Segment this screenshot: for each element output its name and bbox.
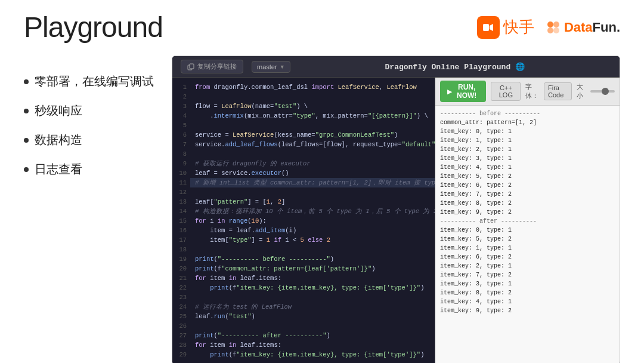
bullet-dot bbox=[24, 138, 29, 143]
svg-point-4 bbox=[553, 27, 559, 33]
copy-icon bbox=[187, 63, 194, 70]
svg-rect-0 bbox=[483, 24, 489, 31]
branch-value: master bbox=[257, 63, 277, 70]
copy-btn-label: 复制分享链接 bbox=[197, 62, 237, 71]
output-line: item_key: 8, type: 2 bbox=[440, 199, 615, 208]
bullet-list: 零部署，在线编写调试 秒级响应 数据构造 日志查看 bbox=[24, 56, 154, 363]
svg-point-3 bbox=[547, 27, 553, 33]
bullet-dot bbox=[24, 79, 29, 84]
kuaishou-logo: 快手 bbox=[477, 16, 534, 39]
playground-body: 1234567891011121314151617181920212223242… bbox=[172, 78, 620, 363]
output-line: ---------- after ---------- bbox=[440, 217, 615, 226]
cpp-log-label: C++ LOG bbox=[499, 84, 513, 99]
bullet-dot bbox=[24, 109, 29, 113]
output-line: item_key: 0, type: 1 bbox=[440, 226, 615, 235]
run-btn-label: RUN, NOW! bbox=[454, 83, 479, 100]
output-line: item_key: 9, type: 2 bbox=[440, 306, 615, 315]
run-button[interactable]: ▶ RUN, NOW! bbox=[440, 81, 486, 102]
output-line: item_key: 1, type: 1 bbox=[440, 244, 615, 253]
output-line: item_key: 6, type: 2 bbox=[440, 181, 615, 190]
svg-point-2 bbox=[553, 21, 559, 27]
list-item: 秒级响应 bbox=[24, 103, 154, 119]
kuaishou-icon bbox=[477, 16, 500, 39]
svg-point-1 bbox=[547, 21, 553, 27]
output-line: item_key: 2, type: 1 bbox=[440, 145, 615, 154]
output-line: common_attr: pattern=[1, 2] bbox=[440, 118, 615, 127]
output-line: item_key: 3, type: 1 bbox=[440, 279, 615, 288]
bullet-text: 秒级响应 bbox=[35, 103, 82, 119]
output-line: item_key: 2, type: 1 bbox=[440, 262, 615, 270]
logos: 快手 DataFun. bbox=[477, 16, 620, 39]
output-line: item_key: 6, type: 2 bbox=[440, 253, 615, 262]
datafun-logo: DataFun. bbox=[545, 19, 620, 36]
branch-selector[interactable]: master ▼ bbox=[252, 61, 290, 73]
playground-container: 复制分享链接 master ▼ Dragonfly Online Playgro… bbox=[172, 56, 620, 363]
size-slider[interactable] bbox=[590, 90, 615, 93]
output-line: item_key: 9, type: 2 bbox=[440, 208, 615, 217]
kuaishou-text: 快手 bbox=[503, 17, 534, 38]
datafun-fun: Fun. bbox=[593, 20, 620, 35]
output-line: item_key: 5, type: 2 bbox=[440, 235, 615, 244]
font-select[interactable]: Fira Code bbox=[544, 82, 572, 100]
size-label: 大小 bbox=[577, 82, 586, 100]
output-content: ---------- before ---------- common_attr… bbox=[435, 106, 620, 363]
list-item: 日志查看 bbox=[24, 161, 154, 177]
output-line: item_key: 0, type: 1 bbox=[440, 127, 615, 136]
datafun-data: Data bbox=[564, 20, 593, 35]
line-numbers: 1234567891011121314151617181920212223242… bbox=[172, 78, 190, 363]
content-area: 零部署，在线编写调试 秒级响应 数据构造 日志查看 复制分享链接 bbox=[0, 50, 644, 363]
bullet-text: 零部署，在线编写调试 bbox=[35, 73, 154, 90]
output-line: item_key: 7, type: 2 bbox=[440, 190, 615, 199]
output-line: item_key: 1, type: 1 bbox=[440, 136, 615, 145]
page-title: Playground bbox=[24, 11, 163, 44]
copy-link-button[interactable]: 复制分享链接 bbox=[181, 60, 243, 73]
list-item: 数据构造 bbox=[24, 132, 154, 148]
font-label: 字体： bbox=[525, 82, 539, 100]
bullet-text: 数据构造 bbox=[35, 132, 82, 148]
playground-title: Dragonfly Online Playground 🌐 bbox=[299, 62, 611, 72]
output-line: item_key: 7, type: 2 bbox=[440, 270, 615, 279]
font-value: Fira Code bbox=[548, 84, 564, 99]
list-item: 零部署，在线编写调试 bbox=[24, 73, 154, 90]
cpp-log-tab[interactable]: C++ LOG bbox=[491, 82, 521, 101]
output-panel: ▶ RUN, NOW! C++ LOG 字体： Fira Code 大小 bbox=[435, 78, 620, 363]
code-text[interactable]: from dragonfly.common_leaf_dsl import Le… bbox=[190, 78, 435, 363]
output-line: item_key: 3, type: 1 bbox=[440, 154, 615, 163]
playground-topbar: 复制分享链接 master ▼ Dragonfly Online Playgro… bbox=[172, 56, 620, 78]
output-line: item_key: 5, type: 2 bbox=[440, 172, 615, 181]
chevron-down-icon: ▼ bbox=[280, 64, 285, 70]
output-line: item_key: 4, type: 1 bbox=[440, 297, 615, 306]
slider-thumb bbox=[602, 88, 609, 95]
header: Playground 快手 DataFun. bbox=[0, 0, 644, 50]
svg-rect-6 bbox=[190, 64, 194, 69]
output-toolbar: ▶ RUN, NOW! C++ LOG 字体： Fira Code 大小 bbox=[435, 78, 620, 106]
output-line: ---------- before ---------- bbox=[440, 109, 615, 118]
output-line: item_key: 8, type: 2 bbox=[440, 288, 615, 297]
bullet-dot bbox=[24, 167, 29, 172]
bullet-text: 日志查看 bbox=[35, 161, 82, 177]
code-editor[interactable]: 1234567891011121314151617181920212223242… bbox=[172, 78, 435, 363]
output-line: item_key: 4, type: 1 bbox=[440, 163, 615, 172]
play-icon: ▶ bbox=[447, 88, 452, 95]
